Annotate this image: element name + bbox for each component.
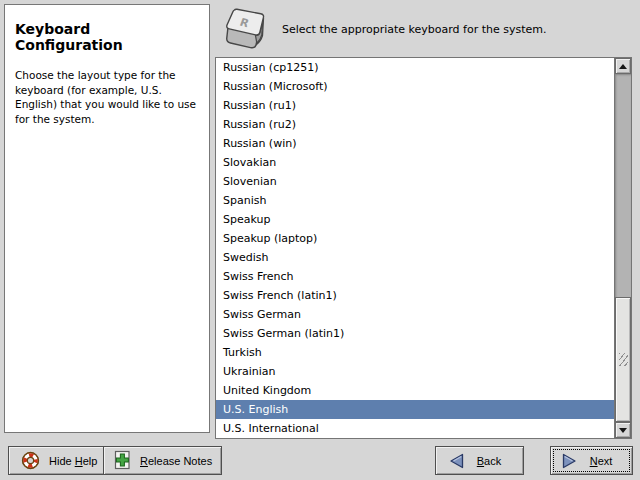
- page-title: Keyboard Configuration: [15, 21, 199, 53]
- back-button[interactable]: Back: [435, 446, 524, 475]
- arrow-left-icon: [447, 452, 466, 470]
- hide-help-label: Hide Help: [49, 455, 97, 467]
- hide-help-button[interactable]: Hide Help: [8, 446, 109, 475]
- list-item[interactable]: Speakup: [216, 210, 614, 229]
- list-item[interactable]: United Kingdom: [216, 381, 614, 400]
- list-item[interactable]: U.S. English: [216, 400, 614, 419]
- list-item[interactable]: Swiss German (latin1): [216, 324, 614, 343]
- up-arrow-icon: [619, 64, 627, 69]
- list-item[interactable]: Swedish: [216, 248, 614, 267]
- next-button[interactable]: Next: [550, 446, 633, 475]
- life-ring-icon: [20, 450, 41, 471]
- help-text: Choose the layout type for the keyboard …: [15, 68, 199, 126]
- header: R Select the appropriate keyboard for th…: [221, 6, 547, 52]
- scrollbar-thumb[interactable]: [615, 297, 631, 422]
- release-notes-label: Release Notes: [140, 455, 212, 467]
- next-label: Next: [579, 455, 623, 467]
- scroll-down-button[interactable]: [615, 422, 631, 438]
- list-item[interactable]: Slovenian: [216, 172, 614, 191]
- scrollbar[interactable]: [614, 58, 631, 438]
- list-item[interactable]: U.S. International: [216, 419, 614, 438]
- list-item[interactable]: Ukrainian: [216, 362, 614, 381]
- list-item[interactable]: Turkish: [216, 343, 614, 362]
- installer-window: { "help_panel": { "title": "Keyboard Con…: [0, 0, 640, 480]
- list-item[interactable]: Swiss French: [216, 267, 614, 286]
- list-item[interactable]: Swiss German: [216, 305, 614, 324]
- list-item[interactable]: Russian (win): [216, 134, 614, 153]
- list-item[interactable]: Spanish: [216, 191, 614, 210]
- down-arrow-icon: [619, 428, 627, 433]
- list-item[interactable]: Slovakian: [216, 153, 614, 172]
- list-item[interactable]: Russian (ru2): [216, 115, 614, 134]
- release-notes-icon: [113, 450, 133, 471]
- header-instruction: Select the appropriate keyboard for the …: [282, 23, 547, 36]
- thumb-grip-icon: [619, 353, 628, 366]
- scrollbar-track[interactable]: [615, 74, 631, 422]
- back-label: Back: [466, 455, 512, 467]
- keyboard-list-container: Russian (cp1251)Russian (Microsoft)Russi…: [215, 57, 632, 439]
- list-item[interactable]: Russian (ru1): [216, 96, 614, 115]
- help-panel: Keyboard Configuration Choose the layout…: [4, 4, 210, 433]
- list-item[interactable]: Russian (Microsoft): [216, 77, 614, 96]
- list-item[interactable]: Russian (cp1251): [216, 58, 614, 77]
- keyboard-list: Russian (cp1251)Russian (Microsoft)Russi…: [216, 58, 614, 438]
- list-item[interactable]: Speakup (laptop): [216, 229, 614, 248]
- arrow-right-icon: [560, 452, 579, 470]
- list-item[interactable]: Swiss French (latin1): [216, 286, 614, 305]
- keyboard-key-icon: R: [221, 7, 267, 52]
- release-notes-button[interactable]: Release Notes: [103, 446, 222, 475]
- scroll-up-button[interactable]: [615, 58, 631, 74]
